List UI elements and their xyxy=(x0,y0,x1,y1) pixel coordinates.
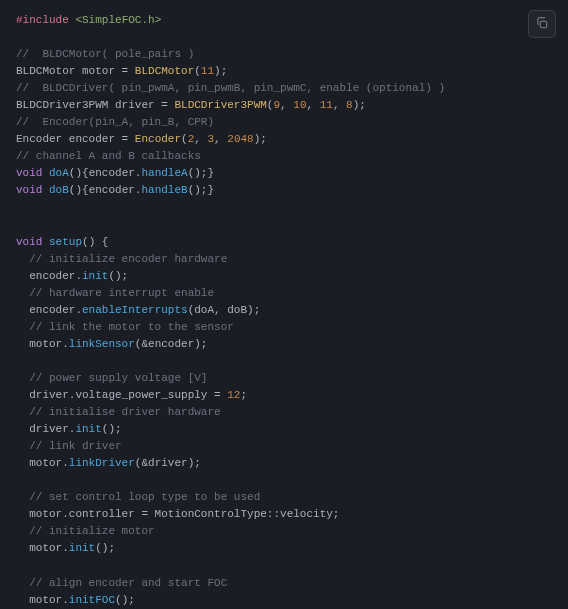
t: // BLDCDriver( pin_pwmA, pin_pwmB, pin_p… xyxy=(16,82,445,94)
code-block: #include <SimpleFOC.h> // BLDCMotor( pol… xyxy=(0,0,568,609)
t: encoder. xyxy=(16,304,82,316)
t: // set control loop type to be used xyxy=(16,491,260,503)
t: (); xyxy=(108,270,128,282)
t: linkSensor xyxy=(69,338,135,350)
t: Encoder encoder = xyxy=(16,133,135,145)
t: init xyxy=(75,423,101,435)
t: ; xyxy=(240,389,247,401)
t: setup xyxy=(49,236,82,248)
t: Encoder xyxy=(135,133,181,145)
t: // initialize encoder hardware xyxy=(16,253,227,265)
t: , xyxy=(194,133,207,145)
t: motor. xyxy=(16,542,69,554)
t: ( xyxy=(181,133,188,145)
t: #include xyxy=(16,14,69,26)
t: (doA, doB); xyxy=(188,304,261,316)
t: (); xyxy=(95,542,115,554)
t: 8 xyxy=(346,99,353,111)
t: // initialize motor xyxy=(16,525,155,537)
svg-rect-0 xyxy=(540,21,546,27)
copy-button[interactable] xyxy=(528,10,556,38)
t: (){encoder. xyxy=(69,184,142,196)
t: doA xyxy=(49,167,69,179)
t: init xyxy=(82,270,108,282)
t: ); xyxy=(353,99,366,111)
t: driver.voltage_power_supply = xyxy=(16,389,227,401)
t: (&encoder); xyxy=(135,338,208,350)
t: void xyxy=(16,236,42,248)
t: // hardware interrupt enable xyxy=(16,287,214,299)
t: ); xyxy=(254,133,267,145)
t: enableInterrupts xyxy=(82,304,188,316)
t: handleB xyxy=(141,184,187,196)
t: // power supply voltage [V] xyxy=(16,372,207,384)
t: ( xyxy=(194,65,201,77)
t: BLDCMotor motor = xyxy=(16,65,135,77)
t: linkDriver xyxy=(69,457,135,469)
t: () { xyxy=(82,236,108,248)
t: 11 xyxy=(201,65,214,77)
t: // align encoder and start FOC xyxy=(16,577,227,589)
t: 12 xyxy=(227,389,240,401)
t: <SimpleFOC.h> xyxy=(75,14,161,26)
t: init xyxy=(69,542,95,554)
t: initFOC xyxy=(69,594,115,606)
t: void xyxy=(16,184,42,196)
t: handleA xyxy=(141,167,187,179)
t: // link driver xyxy=(16,440,122,452)
t: , xyxy=(214,133,227,145)
t: void xyxy=(16,167,42,179)
t: ();} xyxy=(188,184,214,196)
t: // link the motor to the sensor xyxy=(16,321,234,333)
t: motor. xyxy=(16,457,69,469)
t: motor.controller = MotionControlType::ve… xyxy=(16,508,339,520)
t: // Encoder(pin_A, pin_B, CPR) xyxy=(16,116,214,128)
t: ); xyxy=(214,65,227,77)
t: BLDCDriver3PWM driver = xyxy=(16,99,174,111)
t: 2048 xyxy=(227,133,253,145)
t: motor. xyxy=(16,338,69,350)
t: , xyxy=(280,99,293,111)
t: // initialise driver hardware xyxy=(16,406,221,418)
t: (); xyxy=(115,594,135,606)
t: 11 xyxy=(320,99,333,111)
t: , xyxy=(333,99,346,111)
t: // BLDCMotor( pole_pairs ) xyxy=(16,48,194,60)
t: (){encoder. xyxy=(69,167,142,179)
t: (); xyxy=(102,423,122,435)
t: motor. xyxy=(16,594,69,606)
t: encoder. xyxy=(16,270,82,282)
t: BLDCDriver3PWM xyxy=(174,99,266,111)
t: BLDCMotor xyxy=(135,65,194,77)
t: doB xyxy=(49,184,69,196)
t: ();} xyxy=(188,167,214,179)
t: // channel A and B callbacks xyxy=(16,150,201,162)
t: , xyxy=(306,99,319,111)
t: driver. xyxy=(16,423,75,435)
copy-icon xyxy=(535,16,549,33)
t: (&driver); xyxy=(135,457,201,469)
t: 10 xyxy=(293,99,306,111)
